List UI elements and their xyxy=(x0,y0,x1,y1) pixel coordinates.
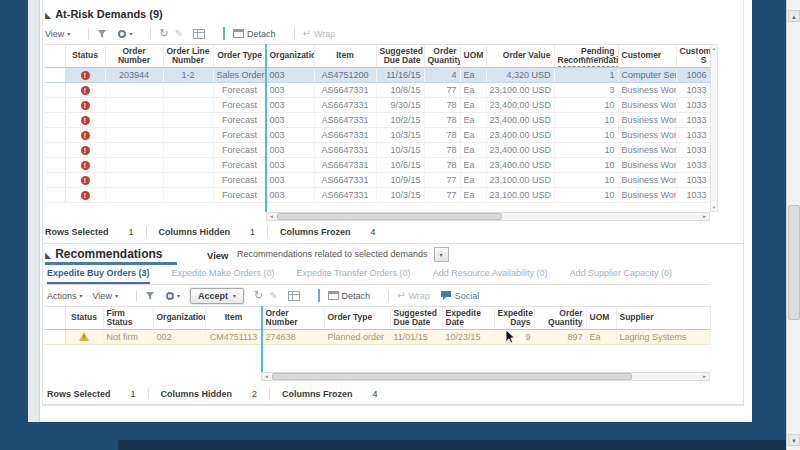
social-button[interactable]: Social xyxy=(440,290,480,301)
at-risk-demand-row[interactable]: !Forecast003AS664733110/6/1578Ea23,400.0… xyxy=(45,158,710,173)
row-selector[interactable] xyxy=(45,143,65,158)
cell: Lagring Systems xyxy=(616,330,710,345)
column-header[interactable]: Order Line Number xyxy=(163,45,213,68)
query-by-example-button[interactable] xyxy=(145,291,156,301)
column-header[interactable]: Order Quantity xyxy=(534,307,586,330)
vertical-scrollbar[interactable]: ▲ ▼ xyxy=(786,0,800,450)
row-selector[interactable] xyxy=(45,128,65,143)
refresh-button[interactable]: ↻ xyxy=(254,289,263,302)
horizontal-scrollbar[interactable]: ◂ ▸ xyxy=(266,212,710,221)
column-header[interactable]: Order Type xyxy=(213,45,266,68)
actions-menu-button[interactable]: Actions▾ xyxy=(47,291,83,301)
accept-button[interactable]: Accept▾ xyxy=(190,288,244,304)
column-header[interactable]: Customer xyxy=(618,45,676,68)
scrollbar-thumb[interactable] xyxy=(272,373,632,380)
column-header[interactable]: Expedite Days xyxy=(494,307,534,330)
cell: Ea xyxy=(586,330,616,345)
recommendations-view-dropdown[interactable]: Recommendations related to selected dema… xyxy=(235,246,449,262)
table-vertical-scrollbar[interactable]: ▲▼ xyxy=(710,44,718,212)
detach-button[interactable]: Detach xyxy=(328,291,371,301)
scrollbar-thumb[interactable] xyxy=(277,213,502,220)
row-selector[interactable] xyxy=(45,158,65,173)
column-header[interactable]: Expedite Date xyxy=(442,307,494,330)
at-risk-demand-row[interactable]: !Forecast003AS664733110/3/1578Ea23,400.0… xyxy=(45,128,710,143)
column-header[interactable]: Firm Status xyxy=(103,307,153,330)
wrap-button[interactable]: ↵Wrap xyxy=(303,28,336,39)
recommendation-row[interactable]: !Not firm002CM4751113274638Planned order… xyxy=(45,330,710,345)
row-selector[interactable] xyxy=(45,98,65,113)
at-risk-demand-row[interactable]: !2039441-2Sales Order003AS475120011/16/1… xyxy=(45,68,710,83)
scrollbar-thumb[interactable] xyxy=(788,205,800,320)
at-risk-demand-row[interactable]: !Forecast003AS66473319/30/1578Ea23,400.0… xyxy=(45,98,710,113)
column-header[interactable]: Customer S xyxy=(676,45,710,68)
scroll-left-icon[interactable]: ◂ xyxy=(267,213,276,220)
edit-button[interactable]: ✎ xyxy=(175,28,183,39)
column-header[interactable]: Suggested Due Date xyxy=(376,45,424,68)
scroll-down-icon[interactable]: ▼ xyxy=(711,205,717,210)
collapsed-panel-edge[interactable] xyxy=(28,0,40,422)
row-selector[interactable] xyxy=(45,188,65,203)
scroll-down-icon[interactable]: ▼ xyxy=(788,434,800,446)
tab-expedite-transfer-orders-0[interactable]: Expedite Transfer Orders (0) xyxy=(297,268,411,284)
column-header[interactable]: Item xyxy=(314,45,376,68)
column-header[interactable]: Suggested Due Date xyxy=(390,307,442,330)
recommendations-section-header[interactable]: ◣Recommendations xyxy=(45,247,163,261)
freeze-columns-button[interactable] xyxy=(288,291,300,301)
at-risk-demand-row[interactable]: !Forecast003AS664733110/9/1577Ea23,100.0… xyxy=(45,173,710,188)
format-menu-button[interactable]: ▾ xyxy=(118,30,132,38)
collapse-caret-icon[interactable]: ◣ xyxy=(45,251,51,260)
at-risk-demand-row[interactable]: !Forecast003AS664733110/8/1577Ea23,100.0… xyxy=(45,83,710,98)
row-selector[interactable] xyxy=(45,83,65,98)
cell: 3 xyxy=(554,83,618,98)
at-risk-demands-table: StatusOrder NumberOrder Line NumberOrder… xyxy=(45,44,710,203)
ring-icon xyxy=(118,30,126,38)
row-selector[interactable] xyxy=(45,330,65,345)
format-menu-button[interactable]: ▾ xyxy=(166,292,180,300)
tab-add-resource-availability-0[interactable]: Add Resource Availability (0) xyxy=(433,268,548,284)
column-header[interactable]: Order Quantity xyxy=(424,45,460,68)
column-header[interactable]: Organization xyxy=(153,307,205,330)
row-selector[interactable] xyxy=(45,173,65,188)
column-header[interactable]: Order Number xyxy=(105,45,163,68)
horizontal-scrollbar[interactable]: ◂ ▸ xyxy=(261,372,710,381)
frozen-column-divider[interactable] xyxy=(261,306,263,372)
column-header[interactable]: Order Type xyxy=(324,307,390,330)
column-header[interactable]: Order Number xyxy=(262,307,324,330)
query-by-example-button[interactable] xyxy=(97,29,108,39)
freeze-columns-button[interactable] xyxy=(193,29,205,39)
at-risk-demand-row[interactable]: !Forecast003AS664733110/3/1577Ea23,100.0… xyxy=(45,188,710,203)
view-menu-button[interactable]: View▾ xyxy=(45,29,70,39)
column-header[interactable]: Organization xyxy=(266,45,314,68)
view-dropdown-button[interactable]: ▾ xyxy=(434,247,449,262)
detach-button[interactable]: Detach xyxy=(233,29,276,39)
at-risk-demand-row[interactable]: !Forecast003AS664733110/3/1578Ea23,400.0… xyxy=(45,143,710,158)
columns-hidden-label: Columns Hidden xyxy=(159,227,231,237)
column-header[interactable]: UOM xyxy=(460,45,486,68)
column-header[interactable]: Status xyxy=(65,307,103,330)
frozen-column-divider[interactable] xyxy=(265,44,267,212)
at-risk-demand-row[interactable]: !Forecast003AS664733110/2/1578Ea23,400.0… xyxy=(45,113,710,128)
column-header[interactable]: Supplier xyxy=(616,307,710,330)
tab-expedite-buy-orders-3[interactable]: Expedite Buy Orders (3) xyxy=(47,268,150,284)
row-selector[interactable] xyxy=(45,68,65,83)
at-risk-section-header[interactable]: ◣At-Risk Demands (9) xyxy=(45,8,163,20)
scroll-up-icon[interactable]: ▲ xyxy=(788,10,800,22)
row-selector[interactable] xyxy=(45,113,65,128)
column-header[interactable]: Status xyxy=(65,45,105,68)
column-header[interactable]: Order Value xyxy=(486,45,554,68)
view-menu-button[interactable]: View▾ xyxy=(93,291,118,301)
column-header[interactable]: Pending Recommendations xyxy=(554,45,618,68)
column-header[interactable]: Item xyxy=(205,307,262,330)
scroll-left-icon[interactable]: ◂ xyxy=(262,373,271,380)
refresh-button[interactable]: ↻ xyxy=(159,27,168,40)
column-header[interactable]: UOM xyxy=(586,307,616,330)
edit-button[interactable]: ✎ xyxy=(269,290,277,301)
wrap-button[interactable]: ↵Wrap xyxy=(397,290,430,301)
column-header-label: Order Number xyxy=(118,46,150,66)
scroll-right-icon[interactable]: ▸ xyxy=(700,213,709,220)
scroll-up-icon[interactable]: ▲ xyxy=(711,46,717,51)
collapse-caret-icon[interactable]: ◣ xyxy=(45,11,51,20)
scroll-right-icon[interactable]: ▸ xyxy=(700,373,709,380)
tab-add-supplier-capacity-0[interactable]: Add Supplier Capacity (0) xyxy=(570,268,673,284)
tab-expedite-make-orders-0[interactable]: Expedite Make Orders (0) xyxy=(172,268,275,284)
